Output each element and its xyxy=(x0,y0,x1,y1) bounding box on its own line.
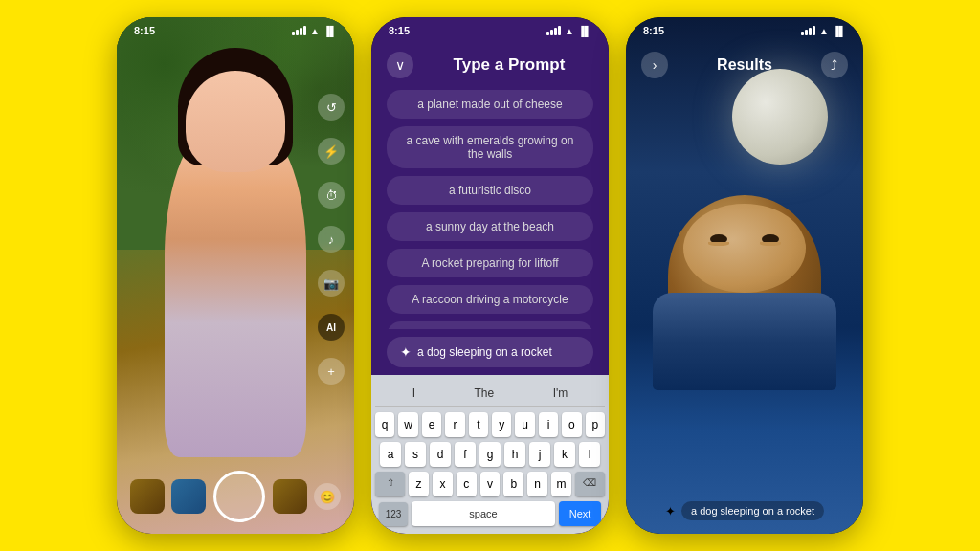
key-space[interactable]: space xyxy=(412,501,555,526)
key-f[interactable]: f xyxy=(455,442,476,467)
signal-icon xyxy=(292,26,306,35)
key-suggest-2[interactable]: The xyxy=(467,385,502,402)
camera-screen: 8:15 ▲ ▐▌ ↺ ⚡ ⏱ ♪ 📷 AI + xyxy=(117,17,354,534)
key-c[interactable]: c xyxy=(457,472,477,496)
key-suggest-1[interactable]: I xyxy=(405,385,423,402)
key-n[interactable]: n xyxy=(527,472,547,496)
status-bar-phone1: 8:15 ▲ ▐▌ xyxy=(117,17,354,40)
key-d[interactable]: d xyxy=(430,442,451,467)
thumbnail-1[interactable] xyxy=(130,479,165,514)
camera-ai-icon[interactable]: AI xyxy=(318,314,345,341)
chevron-down-button[interactable]: ∨ xyxy=(387,52,413,78)
suggestion-1[interactable]: a planet made out of cheese xyxy=(387,90,593,119)
key-p[interactable]: p xyxy=(586,412,605,437)
camera-rotate-icon[interactable]: ↺ xyxy=(318,94,345,121)
key-j[interactable]: j xyxy=(529,442,550,467)
key-i[interactable]: i xyxy=(539,412,558,437)
phone-camera: 8:15 ▲ ▐▌ ↺ ⚡ ⏱ ♪ 📷 AI + xyxy=(117,17,354,534)
prompt-input-box[interactable]: ✦ a dog sleeping on a rocket xyxy=(387,337,593,367)
dog-face xyxy=(683,204,806,294)
key-s[interactable]: s xyxy=(405,442,426,467)
prompt-suggestions-list: a planet made out of cheese a cave with … xyxy=(371,90,609,329)
sparkle-icon: ✦ xyxy=(400,344,412,360)
person-head xyxy=(186,71,285,171)
key-t[interactable]: t xyxy=(469,412,488,437)
bitmoji-icon[interactable]: 😊 xyxy=(314,483,341,510)
key-l[interactable]: l xyxy=(579,442,600,467)
camera-flash-icon[interactable]: ⚡ xyxy=(318,138,345,165)
key-x[interactable]: x xyxy=(433,472,453,496)
results-caption: ✦ a dog sleeping on a rocket xyxy=(626,501,863,520)
camera-right-icons: ↺ ⚡ ⏱ ♪ 📷 AI + xyxy=(318,94,345,385)
key-a[interactable]: a xyxy=(380,442,401,467)
key-q[interactable]: q xyxy=(375,412,394,437)
suggestion-2[interactable]: a cave with emeralds growing on the wall… xyxy=(387,126,593,168)
keyboard-bottom-row: 123 space Next xyxy=(375,501,605,526)
results-header: › Results ⤴ xyxy=(626,17,863,86)
suggestion-5[interactable]: A rocket preparing for liftoff xyxy=(387,249,593,277)
keyboard-row-3: ⇧ z x c v b n m ⌫ xyxy=(375,472,605,496)
suggestion-6[interactable]: A raccoon driving a motorcycle xyxy=(387,285,593,314)
results-title: Results xyxy=(717,56,772,74)
suggestion-3[interactable]: a futuristic disco xyxy=(387,176,593,205)
key-r[interactable]: r xyxy=(445,412,464,437)
camera-timer-icon[interactable]: ⏱ xyxy=(318,182,345,209)
status-time-phone2: 8:15 xyxy=(389,25,410,36)
suggestion-4[interactable]: a sunny day at the beach xyxy=(387,212,593,241)
key-o[interactable]: o xyxy=(562,412,581,437)
results-share-button[interactable]: ⤴ xyxy=(821,52,848,78)
keyboard-row-2: a s d f g h j k l xyxy=(375,442,605,467)
camera-bottom-bar: 😊 xyxy=(117,471,354,522)
wifi-icon-2: ▲ xyxy=(565,26,574,36)
key-y[interactable]: y xyxy=(492,412,511,437)
camera-add-icon[interactable]: + xyxy=(318,358,345,385)
camera-lens-icon[interactable]: 📷 xyxy=(318,270,345,297)
caption-text: a dog sleeping on a rocket xyxy=(681,501,824,520)
thumbnail-2[interactable] xyxy=(171,479,206,514)
key-g[interactable]: g xyxy=(479,442,501,467)
key-backspace[interactable]: ⌫ xyxy=(575,472,605,496)
suggestion-7[interactable]: a sunny day at the beach xyxy=(387,321,593,329)
key-suggest-3[interactable]: I'm xyxy=(546,385,576,402)
key-b[interactable]: b xyxy=(503,472,523,496)
camera-music-icon[interactable]: ♪ xyxy=(318,226,345,253)
prompt-screen: 8:15 ▲ ▐▌ ∨ Type a Prompt a planet made … xyxy=(371,17,609,534)
battery-icon: ▐▌ xyxy=(323,26,337,36)
key-m[interactable]: m xyxy=(551,472,571,496)
key-w[interactable]: w xyxy=(398,412,417,437)
results-background xyxy=(626,17,863,534)
status-bar-phone2: 8:15 ▲ ▐▌ xyxy=(371,17,609,40)
thumbnail-3[interactable] xyxy=(273,479,307,514)
keyboard: I The I'm q w e r t y u i o p a xyxy=(371,375,609,534)
shutter-button[interactable] xyxy=(213,471,265,522)
key-z[interactable]: z xyxy=(409,472,429,496)
wifi-icon: ▲ xyxy=(310,26,320,36)
key-u[interactable]: u xyxy=(515,412,534,437)
dog-body xyxy=(668,195,821,358)
status-time-phone1: 8:15 xyxy=(134,25,155,36)
key-next[interactable]: Next xyxy=(559,501,601,526)
dog-eye-right xyxy=(762,234,779,244)
phone-prompt: 8:15 ▲ ▐▌ ∨ Type a Prompt a planet made … xyxy=(371,17,609,534)
prompt-title: Type a Prompt xyxy=(425,55,593,75)
key-numbers[interactable]: 123 xyxy=(379,502,408,526)
caption-sparkle-icon: ✦ xyxy=(665,504,676,518)
keyboard-row-1: q w e r t y u i o p xyxy=(375,412,605,437)
status-icons-phone2: ▲ ▐▌ xyxy=(546,26,591,36)
rocket-suit xyxy=(653,293,836,390)
results-back-button[interactable]: › xyxy=(641,52,668,78)
key-h[interactable]: h xyxy=(504,442,525,467)
prompt-input-text: a dog sleeping on a rocket xyxy=(417,345,552,359)
phone-results: 8:15 ▲ ▐▌ › Results ⤴ ✦ a xyxy=(626,17,863,534)
person-silhouette xyxy=(165,121,307,457)
key-k[interactable]: k xyxy=(554,442,575,467)
keyboard-suggestions: I The I'm xyxy=(375,381,605,407)
battery-icon-2: ▐▌ xyxy=(578,26,591,36)
key-v[interactable]: v xyxy=(480,472,501,496)
dog-astronaut xyxy=(626,96,863,457)
results-screen: 8:15 ▲ ▐▌ › Results ⤴ ✦ a xyxy=(626,17,863,534)
key-e[interactable]: e xyxy=(422,412,441,437)
key-shift[interactable]: ⇧ xyxy=(375,472,405,496)
prompt-input-area: ✦ a dog sleeping on a rocket xyxy=(371,329,609,375)
signal-icon-2 xyxy=(546,26,561,35)
